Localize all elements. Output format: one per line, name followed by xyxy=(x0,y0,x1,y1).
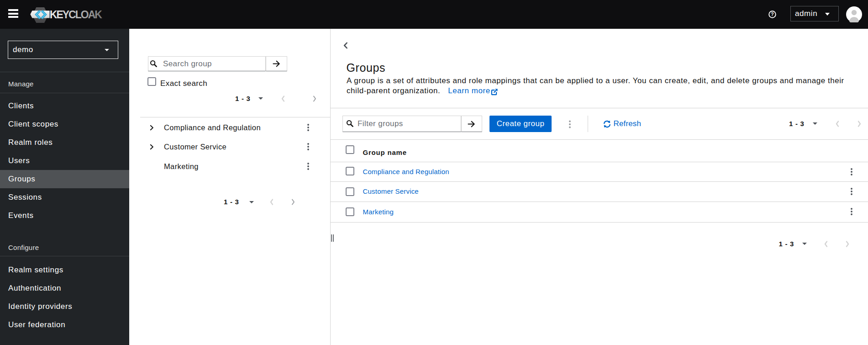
svg-text:?: ? xyxy=(771,11,773,17)
svg-text:KEYCLOAK: KEYCLOAK xyxy=(50,9,102,21)
